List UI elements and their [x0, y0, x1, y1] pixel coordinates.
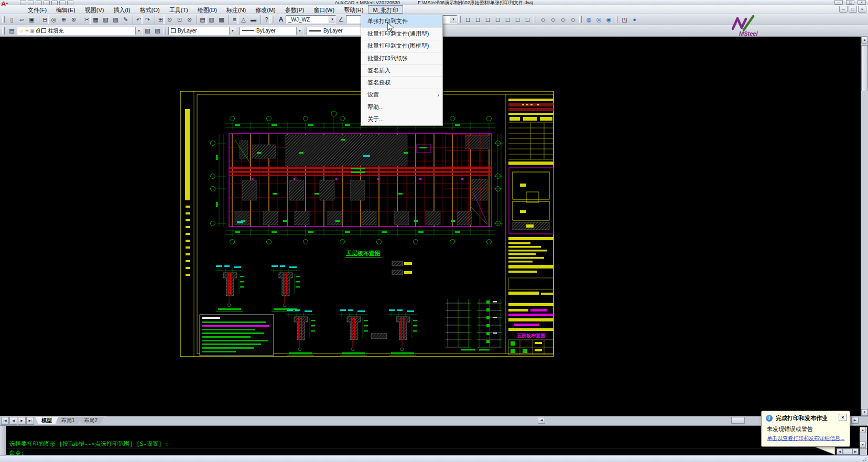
view-front-icon[interactable]: ◻	[503, 15, 513, 24]
scroll-up-icon[interactable]: ▲	[860, 427, 866, 433]
match-properties-icon[interactable]: ✎	[121, 15, 131, 24]
toolbar-grip[interactable]	[458, 16, 461, 23]
view-top-icon[interactable]: ◻	[463, 15, 473, 24]
vertical-scrollbar-thumb[interactable]	[861, 45, 868, 91]
chevron-down-icon[interactable]: ▾	[229, 27, 236, 35]
properties-icon[interactable]: ▤	[197, 15, 207, 24]
print-preview-icon[interactable]: ◎	[49, 15, 59, 24]
command-hscroll-thumb[interactable]	[843, 448, 852, 455]
autocad-menu-button[interactable]: A▾	[1, 0, 18, 8]
new-icon[interactable]: ▯	[7, 15, 17, 24]
lineweight-combo[interactable]: ByLayer ▾	[307, 27, 368, 35]
scroll-left-icon[interactable]: ◀	[538, 417, 545, 424]
toolbar-grip[interactable]	[164, 27, 166, 35]
paste-special-icon[interactable]: ▨	[111, 15, 121, 24]
scroll-right-icon[interactable]: ▶	[852, 448, 859, 455]
scroll-down-icon[interactable]: ▼	[861, 409, 868, 416]
menu-window[interactable]: 窗口(W)	[309, 5, 339, 14]
menu-item-signature-insert[interactable]: 签名插入	[361, 64, 442, 76]
free-orbit-icon[interactable]: ◎	[594, 15, 604, 24]
view-nw-iso-icon[interactable]: ◇	[568, 15, 578, 24]
redo-icon[interactable]: ↷	[143, 15, 153, 24]
tab-next-button[interactable]: ▶	[18, 417, 26, 425]
layer-states-icon[interactable]: ▨	[153, 26, 162, 35]
layer-vp-freeze-icon[interactable]: ▣	[30, 28, 35, 34]
view-right-icon[interactable]: ◻	[493, 15, 503, 24]
toolbar-grip[interactable]	[579, 16, 582, 23]
doc-close-button[interactable]: ×	[858, 6, 866, 13]
menu-item-signature-authorize[interactable]: 签名授权	[361, 76, 442, 88]
view-named-icon[interactable]: ◻	[523, 15, 533, 24]
menu-item-batch-print-to-file-frame[interactable]: 批量打印到文件(图框型)	[361, 40, 442, 52]
command-horizontal-scrollbar[interactable]: ◀ ▶	[837, 448, 859, 455]
menu-help[interactable]: 帮助(H)	[339, 5, 368, 14]
menu-file[interactable]: 文件(F)	[23, 5, 51, 14]
title-bar[interactable]: AutoCAD + MSteel V20220530F:\MSteel\06演示…	[0, 0, 868, 5]
resize-grip-icon[interactable]	[861, 456, 867, 461]
command-window[interactable]: 选择要打印的图形 [按Tab键-->点选打印范围] [S-设置] : 有效打印区…	[0, 425, 868, 455]
tab-prev-button[interactable]: ◀	[9, 417, 17, 425]
doc-minimize-button[interactable]: –	[839, 6, 848, 13]
undo-icon[interactable]: ↶	[133, 15, 143, 24]
view-ne-iso-icon[interactable]: ◇	[558, 15, 568, 24]
zoom-previous-icon[interactable]: ⊘	[185, 15, 194, 24]
print-icon[interactable]: ⊟	[39, 15, 49, 24]
toolbar-grip[interactable]	[615, 16, 617, 23]
horizontal-scrollbar-track[interactable]	[106, 416, 868, 425]
layer-on-off-icon[interactable]: ☼	[19, 28, 24, 34]
scroll-left-icon[interactable]: ◀	[837, 448, 843, 455]
zoom-window-icon[interactable]: ⊡	[175, 15, 185, 24]
view-left-icon[interactable]: ◻	[483, 15, 493, 24]
menu-format[interactable]: 格式(O)	[135, 5, 165, 14]
menu-edit[interactable]: 编辑(E)	[51, 5, 80, 14]
menu-tools[interactable]: 工具(T)	[165, 5, 193, 14]
toolbar-grip[interactable]	[2, 16, 5, 23]
tab-model[interactable]: 模型	[35, 417, 58, 424]
view-bottom-icon[interactable]: ◻	[473, 15, 483, 24]
notification-details-link[interactable]: 单击以查看打印和发布详细信息...	[767, 435, 844, 442]
vertical-scrollbar[interactable]: ▲ ▼	[861, 37, 868, 416]
close-button[interactable]: ×	[858, 0, 866, 5]
linetype-combo[interactable]: ByLayer ▾	[240, 27, 303, 35]
view-sw-iso-icon[interactable]: ◇	[538, 15, 548, 24]
layer-lock-icon[interactable]	[36, 30, 40, 33]
layer-previous-icon[interactable]: ▧	[143, 26, 153, 35]
menu-m-batch-plot[interactable]: M_批打印	[368, 5, 403, 14]
menu-dimension[interactable]: 标注(N)	[222, 5, 251, 14]
continuous-orbit-icon[interactable]: ◉	[604, 15, 614, 24]
sheetset-manager-icon[interactable]: ≡	[229, 15, 238, 24]
help-icon[interactable]: ?	[261, 15, 270, 24]
menu-item-about[interactable]: 关于...	[361, 113, 442, 125]
menu-item-batch-print-to-paper[interactable]: 批量打印到纸张	[361, 52, 442, 64]
cut-icon[interactable]: ✂	[81, 15, 91, 24]
text-style-icon[interactable]: A	[276, 16, 286, 23]
menu-item-settings[interactable]: 设置 ›	[361, 89, 442, 101]
minimize-button[interactable]: –	[834, 0, 843, 5]
page-setup-icon[interactable]: ⊕	[59, 15, 69, 24]
scroll-up-icon[interactable]: ▲	[861, 37, 868, 44]
publish-icon[interactable]: ⊛	[69, 15, 79, 24]
constrained-orbit-icon[interactable]: ◍	[584, 15, 594, 24]
menu-modify[interactable]: 修改(M)	[251, 5, 280, 14]
chevron-down-icon[interactable]: ▾	[329, 16, 335, 23]
chevron-down-icon[interactable]: ▾	[450, 16, 457, 23]
menu-insert[interactable]: 插入(I)	[108, 5, 135, 14]
menu-draw[interactable]: 绘图(D)	[193, 5, 222, 14]
markup-manager-icon[interactable]: △	[238, 15, 248, 24]
zoom-realtime-icon[interactable]: ⊙	[165, 15, 175, 24]
menu-item-single-print-to-file[interactable]: 单张打印到文件	[361, 15, 442, 27]
paste-icon[interactable]: ▧	[101, 15, 111, 24]
pan-icon[interactable]: ⊞	[155, 15, 165, 24]
scroll-right-icon[interactable]: ▶	[851, 417, 859, 424]
tab-layout2[interactable]: 布局2	[78, 417, 104, 424]
dim-style-icon[interactable]: ∠	[336, 15, 346, 24]
color-combo[interactable]: ByLayer ▾	[168, 27, 236, 35]
doc-restore-button[interactable]: □	[849, 6, 857, 13]
chevron-down-icon[interactable]: ▾	[296, 27, 303, 35]
save-icon[interactable]: ▣	[27, 15, 37, 24]
layer-combo[interactable]: ☼ ☀ ▣ 柱填充 ▾	[17, 27, 143, 35]
visual-style-icon[interactable]: ◳	[620, 15, 630, 24]
tab-first-button[interactable]: |◀	[1, 417, 9, 425]
tab-last-button[interactable]: ▶|	[26, 417, 34, 425]
copy-icon[interactable]: ▦	[91, 15, 101, 24]
